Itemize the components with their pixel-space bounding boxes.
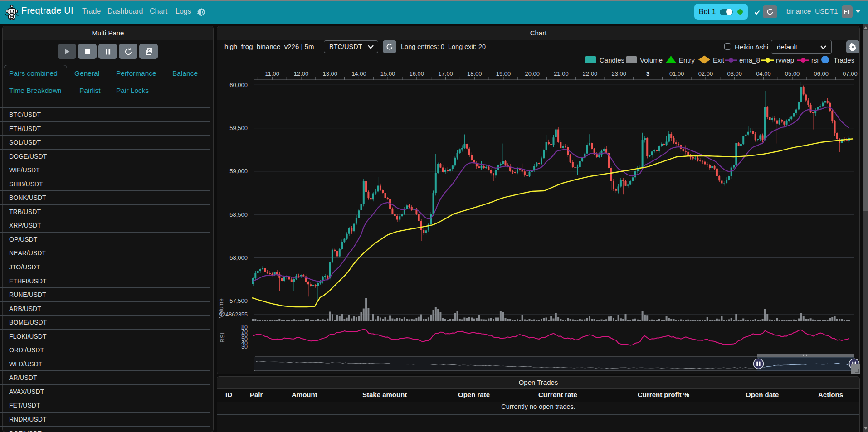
svg-text:20:00: 20:00: [525, 70, 540, 77]
svg-text:13:00: 13:00: [322, 70, 337, 77]
svg-text:17:00: 17:00: [438, 70, 453, 77]
svg-text:16:00: 16:00: [410, 70, 424, 77]
svg-text:15:00: 15:00: [380, 70, 395, 77]
svg-text:01:00: 01:00: [669, 70, 684, 77]
svg-text:58,000: 58,000: [229, 254, 248, 261]
svg-text:11:00: 11:00: [265, 70, 280, 77]
svg-text:3: 3: [646, 70, 649, 77]
svg-text:58,500: 58,500: [229, 211, 248, 218]
svg-text:05:00: 05:00: [785, 70, 800, 77]
svg-text:19:00: 19:00: [496, 70, 511, 77]
svg-text:22:00: 22:00: [583, 70, 598, 77]
svg-text:23:00: 23:00: [612, 70, 627, 77]
svg-text:57,500: 57,500: [229, 297, 248, 304]
svg-text:07:00: 07:00: [843, 70, 858, 77]
svg-text:30: 30: [241, 344, 248, 350]
svg-text:14:00: 14:00: [351, 70, 366, 77]
svg-text:60,000: 60,000: [229, 82, 248, 88]
svg-text:59,000: 59,000: [229, 168, 248, 175]
svg-text:02:00: 02:00: [698, 70, 713, 77]
svg-text:06:00: 06:00: [814, 70, 829, 77]
svg-text:12:00: 12:00: [294, 70, 309, 77]
svg-text:924862855: 924862855: [219, 311, 248, 318]
svg-text:04:00: 04:00: [756, 70, 771, 77]
svg-text:RSI: RSI: [219, 333, 226, 343]
svg-text:59,500: 59,500: [229, 125, 248, 131]
svg-text:03:00: 03:00: [727, 70, 742, 77]
svg-text:18:00: 18:00: [467, 70, 482, 77]
svg-text:21:00: 21:00: [554, 70, 569, 77]
